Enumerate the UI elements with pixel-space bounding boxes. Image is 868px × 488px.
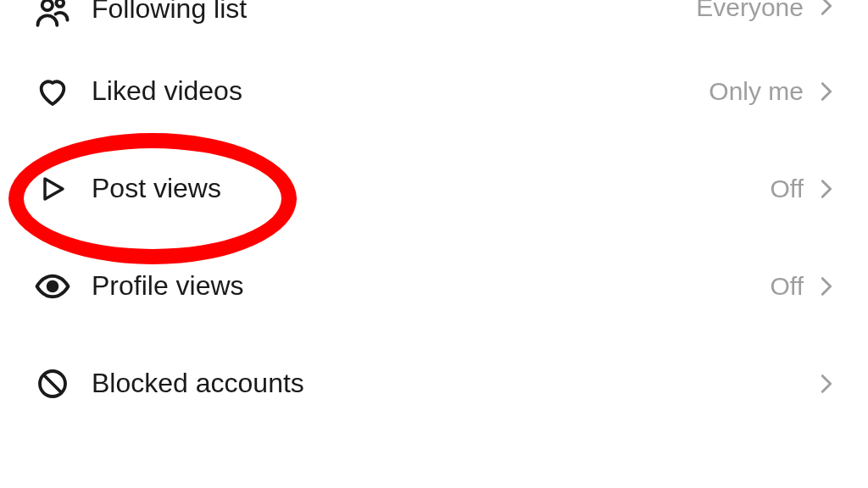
setting-label: Following list — [92, 0, 696, 25]
setting-label: Post views — [92, 173, 771, 204]
block-icon — [34, 365, 71, 402]
svg-point-2 — [48, 281, 58, 291]
privacy-settings-list: Following list Everyone Liked videos Onl… — [0, 0, 868, 432]
eye-icon — [34, 268, 71, 305]
svg-point-1 — [56, 0, 64, 7]
chevron-right-icon — [819, 0, 834, 19]
svg-line-4 — [44, 375, 61, 392]
setting-value: Off — [771, 175, 804, 203]
setting-value: Only me — [709, 77, 804, 106]
chevron-right-icon — [819, 274, 834, 299]
svg-point-0 — [42, 0, 53, 10]
setting-value: Everyone — [696, 0, 804, 22]
setting-label: Profile views — [92, 270, 771, 302]
setting-liked-videos[interactable]: Liked videos Only me — [0, 42, 868, 140]
chevron-right-icon — [819, 79, 834, 104]
chevron-right-icon — [819, 371, 834, 396]
play-icon — [34, 170, 71, 208]
setting-value: Off — [771, 272, 804, 301]
setting-label: Liked videos — [92, 75, 709, 107]
setting-following-list[interactable]: Following list Everyone — [0, 0, 868, 42]
setting-blocked-accounts[interactable]: Blocked accounts — [0, 335, 868, 432]
chevron-right-icon — [819, 176, 834, 202]
setting-profile-views[interactable]: Profile views Off — [0, 237, 868, 335]
people-icon — [34, 0, 71, 30]
setting-post-views[interactable]: Post views Off — [0, 140, 868, 237]
heart-icon — [34, 73, 71, 110]
setting-label: Blocked accounts — [92, 368, 804, 399]
